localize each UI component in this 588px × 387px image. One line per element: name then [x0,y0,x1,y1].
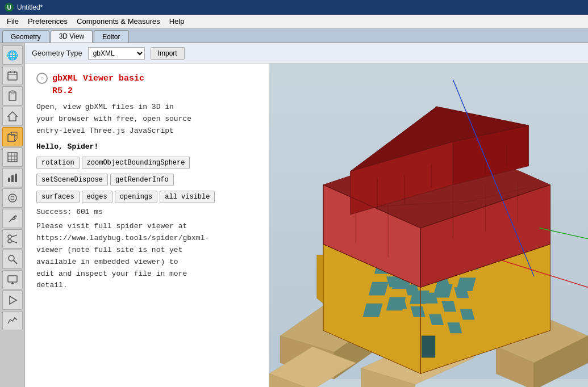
title-bar: U Untitled* [0,0,588,15]
svg-point-21 [8,239,11,243]
zoom-object-button[interactable]: zoomObjectBoundingSphere [82,157,190,169]
left-panel: ○ gbXML Viewer basic R5.2 Open, view gbX… [25,64,269,387]
svg-point-19 [11,196,14,200]
viewer-split: ○ gbXML Viewer basic R5.2 Open, view gbX… [25,64,588,387]
toolbar-graph-btn[interactable] [2,311,23,330]
svg-marker-99 [317,255,323,304]
rotation-button[interactable]: rotation [36,157,80,169]
hello-text: Hello, Spider! [36,142,257,151]
menu-bar: File Preferences Components & Measures H… [0,15,588,28]
svg-point-20 [8,235,11,238]
svg-rect-15 [8,178,10,182]
button-group-1: rotation zoomObjectBoundingSphere [36,157,257,169]
main-layout: 🌐 [0,43,588,387]
toolbar-scissors-btn[interactable] [2,229,23,249]
viewer-title: gbXML Viewer basic [52,74,144,83]
toolbar-box-btn[interactable] [2,127,23,146]
button-group-2: setSceneDispose getRenderInfo [36,174,257,186]
svg-rect-10 [8,153,17,162]
viewer-title-text: gbXML Viewer basic [52,74,144,83]
svg-point-24 [9,255,14,261]
get-render-info-button[interactable]: getRenderInfo [110,174,174,186]
toolbar-grid-btn[interactable] [2,148,23,167]
toolbar-wrench-btn[interactable] [2,209,23,228]
geometry-type-label: Geometry Type [32,49,82,57]
svg-line-25 [14,260,17,264]
svg-point-18 [9,194,16,202]
surfaces-button[interactable]: surfaces [36,191,80,203]
toolbar-chart-btn[interactable] [2,168,23,187]
tab-geometry[interactable]: Geometry [2,30,49,43]
viewer-title-row: ○ gbXML Viewer basic [36,73,257,84]
svg-rect-98 [422,336,435,357]
all-visible-button[interactable]: all visible [160,191,215,203]
toolbar-clipboard-btn[interactable] [2,86,23,106]
button-group-3: surfaces edges openings all visible [36,191,257,203]
viewer-version: R5.2 [52,86,257,96]
toolbar-circuit-btn[interactable] [2,188,23,208]
tab-editor[interactable]: Editor [94,30,128,43]
app-icon: U [5,3,14,12]
building-svg [269,64,588,387]
menu-file[interactable]: File [2,16,23,27]
toolbar-play-btn[interactable] [2,291,23,310]
svg-rect-16 [11,175,14,182]
menu-components-measures[interactable]: Components & Measures [72,16,165,27]
svg-rect-0 [8,72,17,80]
svg-rect-26 [8,276,17,282]
info-text: Open, view gbXML files in 3D inyour brow… [36,102,257,137]
toolbar-monitor-btn[interactable] [2,270,23,289]
set-scene-dispose-button[interactable]: setSceneDispose [36,174,108,186]
visit-text: Please visit full spider viewer athttps:… [36,221,257,292]
import-button[interactable]: Import [151,47,185,60]
edges-button[interactable]: edges [82,191,112,203]
svg-rect-5 [11,91,14,93]
window-title: Untitled* [17,3,43,11]
svg-line-22 [11,235,17,237]
left-toolbar: 🌐 [0,43,25,387]
circle-icon: ○ [36,73,48,84]
toolbar-search-btn[interactable] [2,250,23,269]
svg-marker-6 [8,112,17,121]
tab-3d-view[interactable]: 3D View [51,30,93,43]
toolbar-globe-btn[interactable]: 🌐 [2,45,23,65]
toolbar-home-btn[interactable] [2,107,23,126]
menu-help[interactable]: Help [165,16,189,27]
content-area: Geometry Type gbXML Import ○ gbXML Viewe… [25,43,588,387]
success-text: Success: 601 ms [36,208,257,216]
tab-bar: Geometry 3D View Editor [0,28,588,43]
svg-marker-29 [10,296,16,304]
openings-button[interactable]: openings [115,191,158,203]
menu-preferences[interactable]: Preferences [23,16,72,27]
geometry-type-select[interactable]: gbXML [88,47,145,60]
svg-rect-17 [15,174,17,182]
toolbar-calendar-btn[interactable] [2,66,23,85]
viewport-3d[interactable] [269,64,588,387]
svg-line-23 [11,241,17,243]
geometry-bar: Geometry Type gbXML Import [25,43,588,64]
